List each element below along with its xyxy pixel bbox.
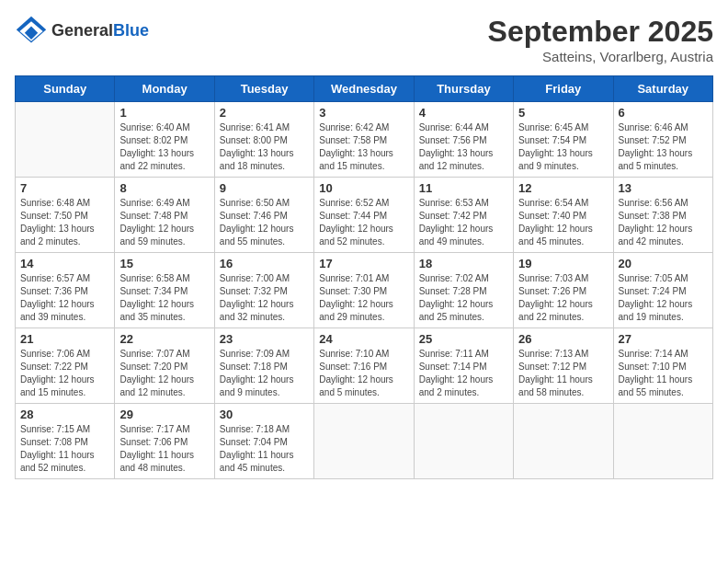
calendar-cell: 14Sunrise: 6:57 AMSunset: 7:36 PMDayligh… (16, 253, 115, 328)
calendar-cell: 21Sunrise: 7:06 AMSunset: 7:22 PMDayligh… (16, 328, 115, 404)
day-info: Sunrise: 7:00 AMSunset: 7:32 PMDaylight:… (220, 272, 309, 324)
day-number: 17 (319, 257, 408, 270)
day-number: 10 (319, 181, 408, 195)
day-info: Sunrise: 7:13 AMSunset: 7:12 PMDaylight:… (518, 348, 608, 399)
calendar-cell (16, 102, 115, 178)
day-number: 19 (518, 257, 608, 270)
calendar-cell: 18Sunrise: 7:02 AMSunset: 7:28 PMDayligh… (414, 253, 513, 328)
day-info: Sunrise: 6:53 AMSunset: 7:42 PMDaylight:… (419, 197, 508, 248)
calendar-week-2: 7Sunrise: 6:48 AMSunset: 7:50 PMDaylight… (16, 178, 713, 253)
day-number: 28 (20, 408, 109, 421)
day-info: Sunrise: 7:18 AMSunset: 7:04 PMDaylight:… (220, 423, 309, 475)
day-number: 29 (119, 408, 209, 421)
calendar-cell: 17Sunrise: 7:01 AMSunset: 7:30 PMDayligh… (314, 253, 414, 328)
day-info: Sunrise: 6:57 AMSunset: 7:36 PMDaylight:… (20, 272, 109, 324)
day-number: 8 (119, 181, 209, 195)
day-number: 2 (220, 106, 309, 120)
day-info: Sunrise: 6:49 AMSunset: 7:48 PMDaylight:… (119, 197, 209, 248)
calendar-cell: 11Sunrise: 6:53 AMSunset: 7:42 PMDayligh… (414, 178, 513, 253)
calendar-cell: 27Sunrise: 7:14 AMSunset: 7:10 PMDayligh… (613, 328, 712, 404)
calendar-cell: 19Sunrise: 7:03 AMSunset: 7:26 PMDayligh… (514, 253, 613, 328)
calendar-cell: 1Sunrise: 6:40 AMSunset: 8:02 PMDaylight… (115, 102, 214, 178)
calendar-week-5: 28Sunrise: 7:15 AMSunset: 7:08 PMDayligh… (16, 404, 713, 479)
calendar-cell (613, 404, 712, 479)
calendar-cell (414, 404, 513, 479)
day-number: 3 (319, 106, 408, 120)
calendar-cell: 20Sunrise: 7:05 AMSunset: 7:24 PMDayligh… (613, 253, 712, 328)
day-info: Sunrise: 6:48 AMSunset: 7:50 PMDaylight:… (20, 197, 109, 248)
location-subtitle: Satteins, Vorarlberg, Austria (488, 49, 713, 64)
day-number: 4 (419, 106, 508, 120)
calendar-cell: 4Sunrise: 6:44 AMSunset: 7:56 PMDaylight… (414, 102, 513, 178)
day-number: 18 (419, 257, 508, 270)
calendar-cell: 15Sunrise: 6:58 AMSunset: 7:34 PMDayligh… (115, 253, 214, 328)
day-number: 12 (518, 181, 608, 195)
day-info: Sunrise: 7:15 AMSunset: 7:08 PMDaylight:… (20, 423, 109, 475)
day-info: Sunrise: 7:10 AMSunset: 7:16 PMDaylight:… (319, 348, 408, 399)
calendar-cell (314, 404, 414, 479)
calendar-cell (514, 404, 613, 479)
calendar-cell: 28Sunrise: 7:15 AMSunset: 7:08 PMDayligh… (16, 404, 115, 479)
day-number: 21 (20, 332, 109, 346)
day-number: 13 (619, 181, 708, 195)
day-info: Sunrise: 6:41 AMSunset: 8:00 PMDaylight:… (220, 121, 309, 173)
logo-icon (15, 15, 48, 48)
day-info: Sunrise: 6:45 AMSunset: 7:54 PMDaylight:… (518, 121, 608, 173)
day-info: Sunrise: 6:42 AMSunset: 7:58 PMDaylight:… (319, 121, 408, 173)
day-number: 24 (319, 332, 408, 346)
logo-general-text: General (51, 21, 113, 40)
day-number: 22 (119, 332, 209, 346)
calendar-week-3: 14Sunrise: 6:57 AMSunset: 7:36 PMDayligh… (16, 253, 713, 328)
day-info: Sunrise: 7:02 AMSunset: 7:28 PMDaylight:… (419, 272, 508, 324)
page-header: GeneralBlue September 2025 Satteins, Vor… (15, 15, 713, 64)
day-info: Sunrise: 6:50 AMSunset: 7:46 PMDaylight:… (220, 197, 309, 248)
day-number: 14 (20, 257, 109, 270)
day-number: 20 (619, 257, 708, 270)
calendar-cell: 8Sunrise: 6:49 AMSunset: 7:48 PMDaylight… (115, 178, 214, 253)
logo-blue-text: Blue (113, 21, 149, 40)
day-number: 1 (119, 106, 209, 120)
title-block: September 2025 Satteins, Vorarlberg, Aus… (488, 15, 713, 64)
weekday-header-monday: Monday (115, 76, 214, 102)
calendar-week-1: 1Sunrise: 6:40 AMSunset: 8:02 PMDaylight… (16, 102, 713, 178)
day-number: 26 (518, 332, 608, 346)
calendar-cell: 12Sunrise: 6:54 AMSunset: 7:40 PMDayligh… (514, 178, 613, 253)
day-info: Sunrise: 6:58 AMSunset: 7:34 PMDaylight:… (119, 272, 209, 324)
calendar-cell: 10Sunrise: 6:52 AMSunset: 7:44 PMDayligh… (314, 178, 414, 253)
day-number: 6 (619, 106, 708, 120)
day-info: Sunrise: 6:44 AMSunset: 7:56 PMDaylight:… (419, 121, 508, 173)
calendar-cell: 24Sunrise: 7:10 AMSunset: 7:16 PMDayligh… (314, 328, 414, 404)
day-info: Sunrise: 7:09 AMSunset: 7:18 PMDaylight:… (220, 348, 309, 399)
calendar-cell: 6Sunrise: 6:46 AMSunset: 7:52 PMDaylight… (613, 102, 712, 178)
day-info: Sunrise: 6:54 AMSunset: 7:40 PMDaylight:… (518, 197, 608, 248)
day-number: 11 (419, 181, 508, 195)
day-info: Sunrise: 6:52 AMSunset: 7:44 PMDaylight:… (319, 197, 408, 248)
weekday-header-wednesday: Wednesday (314, 76, 414, 102)
calendar-cell: 30Sunrise: 7:18 AMSunset: 7:04 PMDayligh… (214, 404, 313, 479)
calendar-cell: 2Sunrise: 6:41 AMSunset: 8:00 PMDaylight… (214, 102, 313, 178)
day-number: 23 (220, 332, 309, 346)
day-number: 15 (119, 257, 209, 270)
day-info: Sunrise: 7:03 AMSunset: 7:26 PMDaylight:… (518, 272, 608, 324)
weekday-header-saturday: Saturday (613, 76, 712, 102)
day-info: Sunrise: 6:46 AMSunset: 7:52 PMDaylight:… (619, 121, 708, 173)
day-info: Sunrise: 7:01 AMSunset: 7:30 PMDaylight:… (319, 272, 408, 324)
day-info: Sunrise: 6:56 AMSunset: 7:38 PMDaylight:… (619, 197, 708, 248)
day-number: 9 (220, 181, 309, 195)
calendar-cell: 13Sunrise: 6:56 AMSunset: 7:38 PMDayligh… (613, 178, 712, 253)
calendar-cell: 9Sunrise: 6:50 AMSunset: 7:46 PMDaylight… (214, 178, 313, 253)
day-info: Sunrise: 7:14 AMSunset: 7:10 PMDaylight:… (619, 348, 708, 399)
calendar-cell: 22Sunrise: 7:07 AMSunset: 7:20 PMDayligh… (115, 328, 214, 404)
logo: GeneralBlue (15, 15, 149, 48)
weekday-header-thursday: Thursday (414, 76, 513, 102)
day-number: 5 (518, 106, 608, 120)
month-title: September 2025 (488, 15, 713, 49)
weekday-header-tuesday: Tuesday (214, 76, 313, 102)
day-number: 25 (419, 332, 508, 346)
calendar-cell: 5Sunrise: 6:45 AMSunset: 7:54 PMDaylight… (514, 102, 613, 178)
calendar-cell: 7Sunrise: 6:48 AMSunset: 7:50 PMDaylight… (16, 178, 115, 253)
calendar-table: SundayMondayTuesdayWednesdayThursdayFrid… (15, 75, 713, 479)
day-info: Sunrise: 7:17 AMSunset: 7:06 PMDaylight:… (119, 423, 209, 475)
calendar-week-4: 21Sunrise: 7:06 AMSunset: 7:22 PMDayligh… (16, 328, 713, 404)
calendar-cell: 23Sunrise: 7:09 AMSunset: 7:18 PMDayligh… (214, 328, 313, 404)
